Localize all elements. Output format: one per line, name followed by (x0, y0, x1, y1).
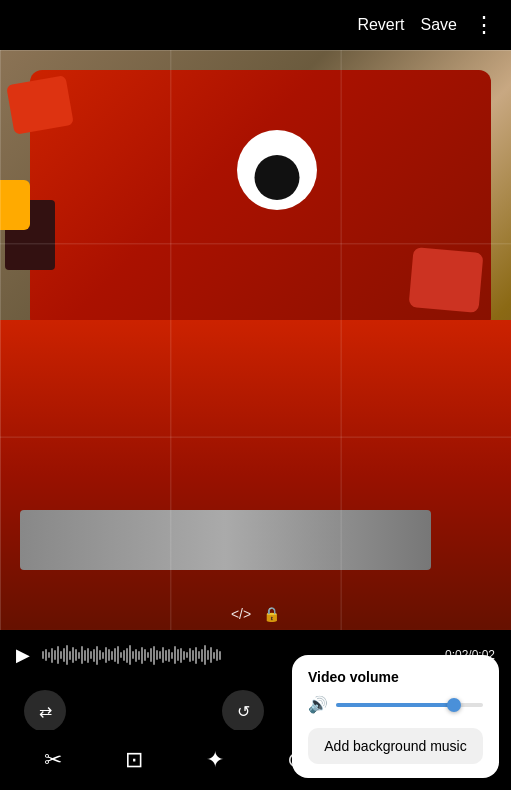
waveform-bar (144, 649, 146, 661)
waveform-bar (69, 651, 71, 660)
waveform-bar (174, 646, 176, 664)
add-background-music-button[interactable]: Add background music (308, 728, 483, 764)
waveform-bar (138, 651, 140, 660)
waveform-bar (60, 651, 62, 659)
center-tool-button[interactable]: ↺ (222, 690, 264, 732)
waveform-bar (78, 652, 80, 659)
waveform-bar (153, 646, 155, 665)
revert-button[interactable]: Revert (357, 16, 404, 34)
waveform-bar (87, 648, 89, 663)
waveform-bar (51, 648, 53, 663)
waveform-bar (81, 646, 83, 664)
waveform-bar (201, 649, 203, 662)
waveform-bar (120, 652, 122, 658)
waveform-bar (45, 649, 47, 661)
volume-popup: Video volume 🔊 Add background music (292, 655, 499, 778)
waveform-bar (192, 650, 194, 661)
waveform-bar (177, 649, 179, 661)
waveform-bar (75, 649, 77, 661)
video-content (0, 50, 511, 630)
waveform-bar (132, 651, 134, 659)
waveform-bar (198, 651, 200, 659)
video-overlay-icons: </> 🔒 (231, 606, 280, 622)
waveform-bar (168, 649, 170, 662)
video-area: </> 🔒 (0, 50, 511, 630)
waveform-bar (54, 650, 56, 660)
waveform-bar (150, 648, 152, 662)
waveform-bar (96, 646, 98, 665)
waveform-bar (183, 651, 185, 660)
waveform-bar (105, 647, 107, 663)
waveform-bar (216, 649, 218, 661)
header: Revert Save ⋮ (0, 0, 511, 50)
grid-overlay (0, 50, 511, 630)
volume-slider-fill (336, 703, 454, 707)
play-button[interactable]: ▶ (16, 644, 30, 666)
waveform-bar (195, 647, 197, 664)
waveform-bar (219, 651, 221, 660)
waveform-bar (171, 652, 173, 659)
waveform-bar (210, 647, 212, 663)
waveform-bar (189, 648, 191, 662)
waveform-bar (111, 651, 113, 660)
save-button[interactable]: Save (421, 16, 457, 34)
code-icon: </> (231, 606, 251, 622)
waveform-bar (99, 650, 101, 660)
rotate-icon: ↺ (237, 702, 250, 721)
waveform-bar (57, 646, 59, 664)
waveform-bar (207, 650, 209, 660)
volume-slider-thumb[interactable] (447, 698, 461, 712)
volume-row: 🔊 (308, 695, 483, 714)
waveform-bar (156, 650, 158, 660)
more-options-button[interactable]: ⋮ (473, 14, 495, 36)
waveform-bar (147, 652, 149, 658)
left-tool-button[interactable]: ⇄ (24, 690, 66, 732)
waveform-bar (48, 652, 50, 658)
waveform-bar (162, 647, 164, 663)
waveform-bar (90, 651, 92, 659)
waveform-bar (114, 648, 116, 662)
waveform-bar (129, 645, 131, 665)
waveform-bar (159, 651, 161, 659)
waveform-bar (180, 648, 182, 663)
waveform-bar (42, 651, 44, 659)
volume-popup-title: Video volume (308, 669, 483, 685)
waveform-bar (63, 648, 65, 662)
waveform-bar (135, 649, 137, 662)
volume-slider-track[interactable] (336, 703, 483, 707)
effects-icon[interactable]: ✦ (197, 742, 233, 778)
waveform-bar (213, 652, 215, 659)
waveform-bar (84, 650, 86, 661)
waveform-bar (117, 646, 119, 664)
crop-icon[interactable]: ⊡ (116, 742, 152, 778)
waveform-bar (66, 645, 68, 665)
waveform-bar (123, 650, 125, 661)
scissors-icon[interactable]: ✂ (35, 742, 71, 778)
waveform-bar (141, 647, 143, 664)
waveform-bar (102, 652, 104, 659)
volume-icon: 🔊 (308, 695, 328, 714)
waveform-bar (108, 649, 110, 661)
waveform-bar (126, 648, 128, 663)
straighten-icon: ⇄ (39, 702, 52, 721)
waveform-bar (204, 645, 206, 665)
waveform-bar (93, 649, 95, 662)
lock-icon: 🔒 (263, 606, 280, 622)
waveform-bar (165, 650, 167, 661)
waveform-bar (186, 652, 188, 658)
waveform-bar (72, 647, 74, 663)
